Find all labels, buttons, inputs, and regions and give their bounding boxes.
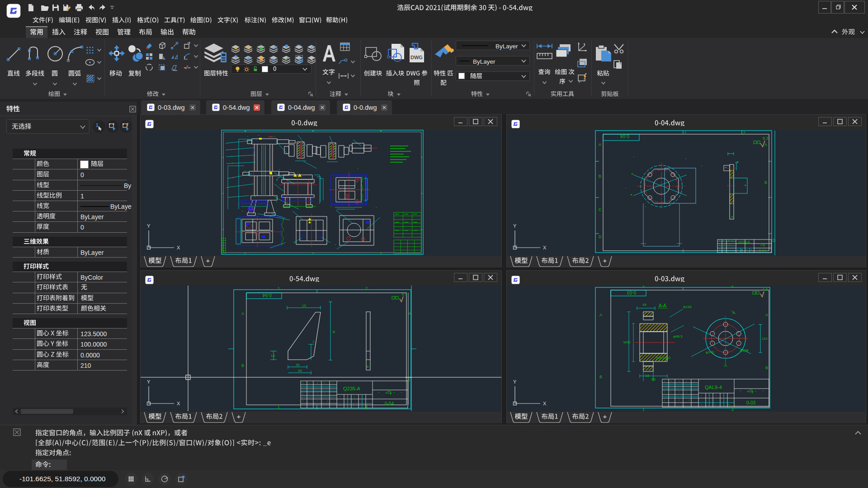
svg-text:0-04: 0-04 xyxy=(759,249,767,253)
svg-text:X: X xyxy=(177,245,180,250)
svg-text:6X45: 6X45 xyxy=(683,305,692,309)
svg-text:Q235-A: Q235-A xyxy=(343,386,361,391)
svg-text:B: B xyxy=(764,180,767,185)
svg-text:B: B xyxy=(765,366,768,370)
svg-text:QAL9-4: QAL9-4 xyxy=(705,385,722,390)
svg-text:0-03: 0-03 xyxy=(746,400,755,405)
svg-text:2-Φ10H7: 2-Φ10H7 xyxy=(656,356,671,360)
svg-text:1: 1 xyxy=(278,286,280,291)
svg-text:7: 7 xyxy=(312,340,315,344)
svg-text:X: X xyxy=(543,401,547,406)
svg-text:2: 2 xyxy=(731,286,734,288)
svg-text:65: 65 xyxy=(651,377,656,381)
svg-text:φ140: φ140 xyxy=(706,350,714,354)
svg-text:0-54: 0-54 xyxy=(263,293,272,298)
svg-text:15: 15 xyxy=(302,304,306,308)
svg-text:1: 1 xyxy=(642,407,645,412)
svg-text:2: 2 xyxy=(743,131,745,135)
svg-text:X: X xyxy=(177,401,180,406)
svg-text:6.3: 6.3 xyxy=(763,136,769,141)
svg-text:Y: Y xyxy=(147,379,151,385)
svg-text:C: C xyxy=(599,207,602,212)
svg-text:X: X xyxy=(543,245,547,250)
svg-text:M30: M30 xyxy=(623,340,631,344)
svg-text:A: A xyxy=(599,142,601,147)
svg-text:A: A xyxy=(241,311,244,316)
svg-text:A-A: A-A xyxy=(659,303,666,308)
svg-text:30: 30 xyxy=(296,363,300,367)
svg-text:110: 110 xyxy=(762,337,768,341)
svg-text:A: A xyxy=(764,142,767,147)
svg-text:Y: Y xyxy=(147,223,151,229)
svg-text:6: 6 xyxy=(367,365,369,369)
svg-text:40: 40 xyxy=(298,369,302,373)
svg-text:Y: Y xyxy=(513,223,517,229)
svg-text:B: B xyxy=(333,330,335,334)
svg-text:1: 1 xyxy=(684,131,687,135)
svg-text:0-54: 0-54 xyxy=(385,401,394,406)
svg-text:0-04: 0-04 xyxy=(620,134,629,139)
svg-text:B: B xyxy=(241,363,244,368)
svg-text:0-03: 0-03 xyxy=(627,290,636,295)
svg-text:1: 1 xyxy=(642,286,645,288)
svg-text:45: 45 xyxy=(642,303,646,307)
svg-text:φ098: φ098 xyxy=(740,348,749,352)
svg-text:1.6: 1.6 xyxy=(763,287,768,291)
svg-text:Y: Y xyxy=(513,379,517,385)
svg-text:2: 2 xyxy=(365,286,368,291)
svg-text:1: 1 xyxy=(96,123,99,128)
svg-text:18: 18 xyxy=(645,374,649,378)
svg-text:2: 2 xyxy=(731,407,734,412)
svg-text:D: D xyxy=(599,235,602,239)
svg-text:D: D xyxy=(773,238,776,243)
svg-text:Q235-A: Q235-A xyxy=(738,240,750,244)
svg-text:A: A xyxy=(408,311,411,316)
svg-text:6.3: 6.3 xyxy=(402,292,407,296)
svg-text:A: A xyxy=(765,313,768,317)
svg-text:13: 13 xyxy=(271,354,275,358)
svg-text:B: B xyxy=(599,174,601,178)
svg-text:DWG: DWG xyxy=(410,55,423,60)
svg-text:B: B xyxy=(599,375,602,379)
svg-text:1: 1 xyxy=(278,405,280,410)
svg-text:φ48.5: φ48.5 xyxy=(673,334,683,338)
svg-text:A: A xyxy=(599,313,602,317)
